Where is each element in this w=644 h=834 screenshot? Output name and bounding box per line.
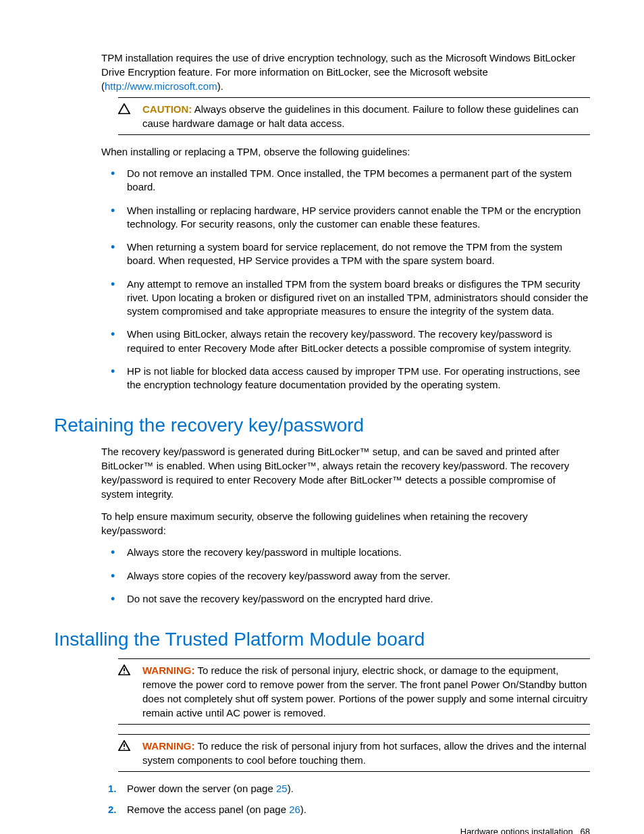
- page-ref-link[interactable]: 26: [289, 804, 300, 815]
- list-item: Always store copies of the recovery key/…: [101, 569, 590, 592]
- warning-label: WARNING:: [142, 740, 195, 752]
- step-text-b: ).: [300, 804, 306, 815]
- warning-callout-1: WARNING: To reduce the risk of personal …: [118, 658, 590, 725]
- warning-callout-2: WARNING: To reduce the risk of personal …: [118, 734, 590, 772]
- section1-p2: To help ensure maximum security, observe…: [101, 509, 590, 538]
- warning-icon: [118, 739, 142, 753]
- warning-text: To reduce the risk of personal injury fr…: [142, 740, 587, 766]
- list-item: Any attempt to remove an installed TPM f…: [101, 278, 590, 328]
- list-item: Always store the recovery key/password i…: [101, 546, 590, 569]
- step-text-a: Power down the server (on page: [127, 783, 276, 794]
- warning-icon: [118, 663, 142, 677]
- section-heading-retaining: Retaining the recovery key/password: [54, 415, 590, 436]
- caution-label: CAUTION:: [142, 103, 192, 115]
- guidelines-intro: When installing or replacing a TPM, obse…: [101, 145, 590, 159]
- section1-list: Always store the recovery key/password i…: [101, 546, 590, 615]
- step-item: Power down the server (on page 25).: [101, 781, 590, 802]
- svg-marker-0: [119, 104, 130, 113]
- guidelines-list: Do not remove an installed TPM. Once ins…: [101, 167, 590, 401]
- step-item: Remove the access panel (on page 26).: [101, 802, 590, 823]
- intro-paragraph: TPM installation requires the use of dri…: [101, 51, 590, 93]
- caution-text: Always observe the guidelines in this do…: [142, 103, 579, 129]
- list-item: When using BitLocker, always retain the …: [101, 328, 590, 365]
- footer-page-number: 68: [581, 827, 590, 834]
- section-heading-installing: Installing the Trusted Platform Module b…: [54, 629, 590, 650]
- list-item: HP is not liable for blocked data access…: [101, 365, 590, 402]
- svg-point-6: [124, 748, 125, 750]
- svg-point-3: [124, 673, 125, 674]
- warning-text: To reduce the risk of personal injury, e…: [142, 664, 587, 719]
- step-text-b: ).: [288, 783, 294, 794]
- list-item: When installing or replacing hardware, H…: [101, 204, 590, 241]
- section1-p1: The recovery key/password is generated d…: [101, 444, 590, 501]
- step-text-a: Remove the access panel (on page: [127, 804, 289, 815]
- list-item: When returning a system board for servic…: [101, 240, 590, 278]
- page-ref-link[interactable]: 25: [276, 783, 288, 794]
- warning-label: WARNING:: [142, 664, 195, 676]
- footer-section: Hardware options installation: [460, 827, 573, 834]
- caution-icon: [118, 102, 142, 116]
- intro-text-b: ).: [217, 80, 223, 92]
- page-footer: Hardware options installation 68: [460, 827, 590, 834]
- list-item: Do not save the recovery key/password on…: [101, 592, 590, 615]
- list-item: Do not remove an installed TPM. Once ins…: [101, 167, 590, 204]
- caution-callout: CAUTION: Always observe the guidelines i…: [118, 97, 590, 135]
- microsoft-link[interactable]: http://www.microsoft.com: [105, 80, 217, 92]
- install-steps: Power down the server (on page 25). Remo…: [101, 781, 590, 823]
